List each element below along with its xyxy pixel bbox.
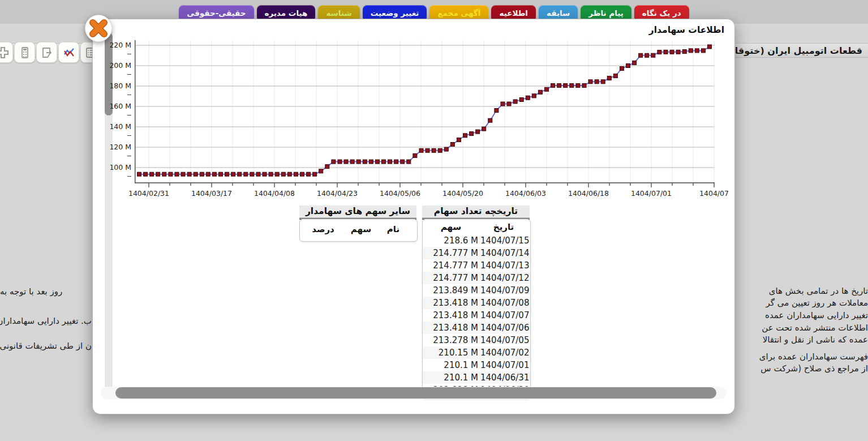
table-row: 214.777 M1404/07/12 [423, 272, 530, 284]
share-value: 210.1 M [423, 373, 478, 383]
y-axis-label: 100 M [106, 163, 131, 180]
share-value: 214.777 M [423, 260, 478, 271]
share-value: 213.418 M [423, 310, 478, 320]
history-col-share: سهم [423, 222, 479, 232]
table-row: 213.418 M1404/07/08 [423, 297, 530, 309]
table-row: 213.418 M1404/07/07 [423, 309, 530, 322]
x-axis-label: 1404/04/08 [248, 189, 300, 198]
chart-plot [135, 40, 715, 189]
x-axis-label: 1404/06/18 [562, 189, 615, 198]
table-row: 210.1 M1404/06/31 [423, 371, 530, 384]
close-icon [84, 14, 113, 42]
bullet-text: اطلاعات منتشر شده تحت عن [736, 323, 868, 333]
share-date: 1404/07/09 [478, 285, 528, 296]
share-value: 218.6 M [423, 236, 478, 246]
other-shares-table-header: نامسهمدرصد [300, 220, 417, 239]
other-shares-table: نامسهمدرصد [299, 219, 418, 242]
y-axis-label: 140 M [106, 122, 131, 139]
table-row: 213.418 M1404/07/06 [423, 322, 530, 334]
horizontal-scrollbar-thumb[interactable] [115, 387, 716, 399]
bullet-text: فهرست سهامداران عمده برای [736, 352, 868, 362]
bullet-text: تغییر دارایی سهامداران عمده [736, 310, 868, 320]
x-axis-label: 1404/05/20 [437, 189, 489, 198]
chart-icon [63, 46, 75, 59]
table-row: 210.15 M1404/07/02 [423, 346, 530, 359]
add-button[interactable] [0, 42, 13, 63]
history-table-rows: 218.6 M1404/07/15214.777 M1404/07/14214.… [423, 234, 530, 396]
background-text: ن از طی تشریفات قانونی [0, 341, 92, 351]
export-note-button[interactable] [36, 42, 57, 63]
share-value: 213.849 M [423, 285, 478, 296]
y-axis-label: 120 M [106, 143, 131, 160]
bullet-text: معاملات هر روز تعیین می گر [736, 298, 868, 308]
bullet-text: عمده که ناشی از نقل و انتقالا [736, 335, 868, 345]
info-bullet-list: تاریخ ها در تمامی بخش هایمعاملات هر روز … [729, 0, 868, 441]
x-axis-label: 1404/07/01 [625, 189, 677, 198]
y-axis-label: 220 M [106, 41, 131, 58]
share-value: 214.777 M [423, 273, 478, 283]
toolbar [0, 42, 101, 63]
share-date: 1404/07/14 [478, 248, 528, 258]
history-col-date: تاریخ [479, 222, 528, 232]
chart-button[interactable] [58, 42, 79, 63]
table-row: 210.1 M1404/07/01 [423, 359, 530, 371]
y-axis-label: 180 M [106, 82, 131, 99]
other-col-1: سهم [343, 224, 379, 234]
table-row: 213.849 M1404/07/09 [423, 284, 530, 297]
share-value: 214.777 M [423, 248, 478, 258]
share-value: 210.15 M [423, 348, 478, 358]
x-axis-label: 1404/03/17 [186, 189, 238, 198]
history-table-header: سهمتاریخ [423, 220, 530, 234]
other-col-2: درصد [303, 224, 343, 234]
page: در یک نگاهپیام ناظرسابقهاطلاعیهآگهی مجمع… [0, 0, 868, 441]
table-row: 213.278 M1404/07/05 [423, 334, 530, 346]
share-date: 1404/07/02 [478, 348, 528, 358]
other-col-0: نام [379, 224, 408, 234]
background-text: ب. تغییر دارایی سهامداران [0, 316, 92, 326]
table-row: 214.777 M1404/07/13 [423, 259, 530, 272]
share-date: 1404/07/07 [478, 310, 528, 320]
bullet-text: تاریخ ها در تمامی بخش های [736, 286, 868, 296]
bullet-text: از مراجع ذی صلاح (شرکت س [736, 363, 868, 374]
x-axis-label: 1404/04/23 [311, 189, 363, 198]
shareholder-info-modal: اطلاعات سهامدار 220 M200 M180 M160 M140 … [92, 19, 735, 414]
calculator-button[interactable] [14, 42, 35, 63]
share-value: 213.418 M [423, 323, 478, 333]
share-date: 1404/07/01 [478, 360, 528, 370]
table-row: 218.6 M1404/07/15 [423, 234, 530, 247]
share-date: 1404/07/06 [478, 323, 528, 333]
history-table-title: تاریخچه تعداد سهام [422, 205, 530, 220]
share-date: 1404/07/08 [478, 298, 528, 308]
share-date: 1404/07/05 [478, 335, 528, 345]
share-value: 213.278 M [423, 335, 478, 345]
share-value: 213.418 M [423, 298, 478, 308]
x-axis-label: 1404/05/06 [374, 189, 426, 198]
share-date: 1404/07/12 [478, 273, 528, 283]
other-shares-table-title: سایر سهم های سهامدار عمده [299, 205, 416, 220]
share-history-chart: 220 M200 M180 M160 M140 M120 M100 M 1404… [93, 19, 734, 206]
share-date: 1404/07/15 [478, 236, 528, 246]
add-icon [0, 46, 9, 59]
close-button[interactable] [84, 14, 113, 42]
calculator-icon [19, 46, 31, 59]
share-date: 1404/06/31 [478, 373, 528, 383]
x-axis-label: 1404/07 [688, 189, 735, 198]
history-table: سهمتاریخ 218.6 M1404/07/15214.777 M1404/… [422, 219, 531, 399]
y-axis-label: 200 M [106, 61, 131, 78]
x-axis-label: 1404/06/03 [500, 189, 552, 198]
share-value: 210.1 M [423, 360, 478, 370]
background-text: روز بعد با توجه به [0, 286, 92, 297]
x-axis-label: 1404/02/31 [123, 189, 175, 198]
export-note-icon [41, 46, 53, 59]
table-row: 214.777 M1404/07/14 [423, 247, 530, 259]
share-date: 1404/07/13 [478, 260, 528, 271]
y-axis-label: 160 M [106, 102, 131, 119]
